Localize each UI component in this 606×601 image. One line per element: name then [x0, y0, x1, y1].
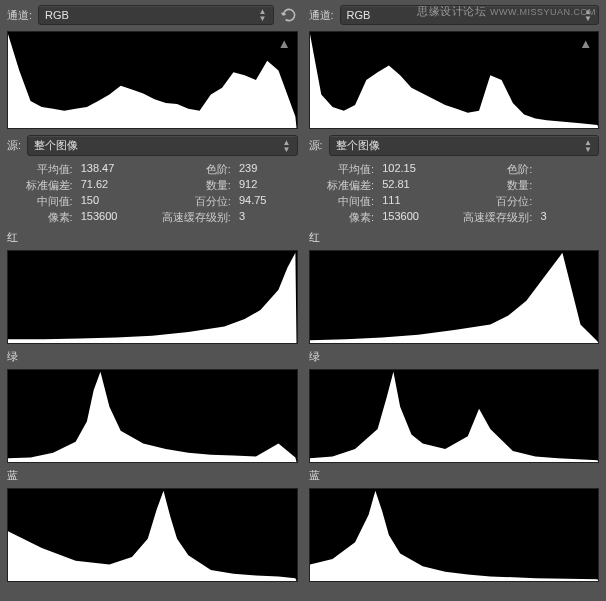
stat-pixels-value: 153600	[81, 210, 138, 225]
channel-value: RGB	[45, 9, 69, 21]
stat-count-label: 数量:	[145, 178, 231, 193]
red-histogram	[309, 250, 600, 344]
green-channel-label: 绿	[305, 348, 604, 365]
watermark: 思缘设计论坛WWW.MISSYUAN.COM	[417, 4, 596, 19]
stat-count-label: 数量:	[447, 178, 533, 193]
stat-count-value: 912	[239, 178, 296, 193]
stat-level-value: 239	[239, 162, 296, 177]
stat-pixels-label: 像素:	[311, 210, 375, 225]
histogram-panels: 通道: RGB ▲▼ ▲ 源: 整个图像 ▲▼ 平均值:138.47 色阶:23…	[0, 0, 606, 587]
stat-cache-label: 高速缓存级别:	[145, 210, 231, 225]
stat-stddev-value: 71.62	[81, 178, 138, 193]
stat-level-value	[540, 162, 597, 177]
red-channel-label: 红	[3, 229, 302, 246]
stat-cache-label: 高速缓存级别:	[447, 210, 533, 225]
rgb-histogram: ▲	[7, 31, 298, 129]
channel-dropdown[interactable]: RGB ▲▼	[38, 5, 273, 25]
stat-pixels-label: 像素:	[9, 210, 73, 225]
blue-histogram	[7, 488, 298, 582]
channel-value: RGB	[347, 9, 371, 21]
stat-stddev-label: 标准偏差:	[311, 178, 375, 193]
stat-level-label: 色阶:	[447, 162, 533, 177]
right-panel: 通道: RGB ▲▼ ▲ 源: 整个图像 ▲▼ 平均值:102.15 色阶: 标…	[305, 3, 604, 584]
channel-label: 通道:	[309, 8, 334, 23]
warning-icon[interactable]: ▲	[579, 36, 592, 51]
stat-stddev-label: 标准偏差:	[9, 178, 73, 193]
stat-median-value: 150	[81, 194, 138, 209]
statistics-grid: 平均值:138.47 色阶:239 标准偏差:71.62 数量:912 中间值:…	[3, 160, 302, 227]
stat-median-label: 中间值:	[311, 194, 375, 209]
stat-pct-label: 百分位:	[145, 194, 231, 209]
dropdown-arrows-icon: ▲▼	[259, 8, 267, 22]
stat-level-label: 色阶:	[145, 162, 231, 177]
statistics-grid: 平均值:102.15 色阶: 标准偏差:52.81 数量: 中间值:111 百分…	[305, 160, 604, 227]
stat-stddev-value: 52.81	[382, 178, 439, 193]
source-dropdown[interactable]: 整个图像 ▲▼	[329, 135, 599, 156]
stat-count-value	[540, 178, 597, 193]
stat-mean-value: 102.15	[382, 162, 439, 177]
green-channel-label: 绿	[3, 348, 302, 365]
dropdown-arrows-icon: ▲▼	[283, 139, 291, 153]
stat-mean-label: 平均值:	[311, 162, 375, 177]
red-histogram	[7, 250, 298, 344]
left-panel: 通道: RGB ▲▼ ▲ 源: 整个图像 ▲▼ 平均值:138.47 色阶:23…	[3, 3, 302, 584]
refresh-icon[interactable]	[280, 6, 298, 24]
dropdown-arrows-icon: ▲▼	[584, 139, 592, 153]
stat-pixels-value: 153600	[382, 210, 439, 225]
rgb-histogram: ▲	[309, 31, 600, 129]
green-histogram	[7, 369, 298, 463]
source-label: 源:	[7, 138, 21, 153]
stat-pct-value: 94.75	[239, 194, 296, 209]
stat-mean-label: 平均值:	[9, 162, 73, 177]
stat-median-label: 中间值:	[9, 194, 73, 209]
source-value: 整个图像	[336, 138, 380, 153]
green-histogram	[309, 369, 600, 463]
stat-median-value: 111	[382, 194, 439, 209]
channel-label: 通道:	[7, 8, 32, 23]
blue-channel-label: 蓝	[305, 467, 604, 484]
blue-channel-label: 蓝	[3, 467, 302, 484]
source-label: 源:	[309, 138, 323, 153]
stat-cache-value: 3	[239, 210, 296, 225]
source-value: 整个图像	[34, 138, 78, 153]
warning-icon[interactable]: ▲	[278, 36, 291, 51]
blue-histogram	[309, 488, 600, 582]
stat-cache-value: 3	[540, 210, 597, 225]
red-channel-label: 红	[305, 229, 604, 246]
source-dropdown[interactable]: 整个图像 ▲▼	[27, 135, 297, 156]
stat-mean-value: 138.47	[81, 162, 138, 177]
stat-pct-label: 百分位:	[447, 194, 533, 209]
stat-pct-value	[540, 194, 597, 209]
